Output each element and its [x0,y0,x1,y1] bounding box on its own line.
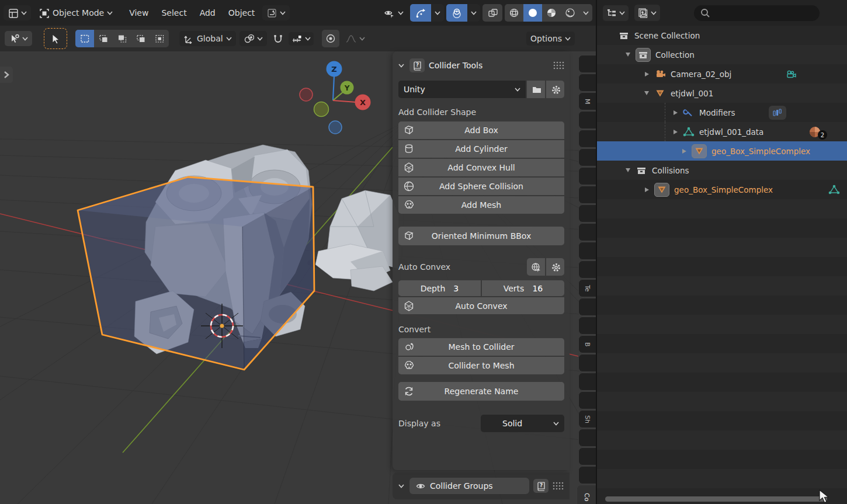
mode-selector[interactable]: Object Mode [34,5,117,21]
gizmo-dropdown[interactable] [431,4,444,22]
sidebar-tab-te[interactable]: Te [578,279,596,297]
shading-wireframe[interactable] [505,4,523,22]
falloff-dropdown[interactable] [343,31,367,46]
select-mode-intersect[interactable] [150,30,169,47]
camera-data-icon[interactable] [785,69,797,79]
sidebar-tab-co[interactable]: Co [577,485,596,504]
shading-dropdown[interactable] [579,4,592,22]
horizontal-scrollbar[interactable] [605,496,827,502]
auto-convex-online-button[interactable] [527,258,545,276]
expand-arrow[interactable] [639,72,654,77]
tree-row-collisions[interactable]: Collisions [597,161,847,180]
add-box-button[interactable]: Add Box [398,121,564,139]
viewport-canvas[interactable]: Z Y X ? Collider Tools Unity [0,51,596,504]
outliner-search-input[interactable] [694,5,820,21]
depth-field[interactable]: Depth 3 [398,280,481,296]
editor-type-button[interactable] [4,5,31,20]
tree-row-collection[interactable]: Collection [597,45,847,64]
gizmo-neg-y[interactable] [314,102,329,117]
panel-header[interactable]: ? Collider Tools [398,56,564,75]
groups-help-button[interactable]: ? [533,479,549,493]
visibility-dropdown[interactable] [380,5,408,20]
sidebar-tab[interactable] [578,55,596,73]
collider-groups-panel[interactable]: Collider Groups ? [393,472,570,499]
expand-arrow[interactable] [620,168,636,172]
sidebar-tab[interactable] [578,204,596,223]
modifier-badge[interactable] [769,106,786,120]
sidebar-tab[interactable] [578,466,596,484]
tree-row-geo-box-selected[interactable]: geo_Box_SimpleComplex [597,141,847,161]
collider-to-mesh-button[interactable]: Collider to Mesh [398,357,564,374]
snap-with-dropdown[interactable] [289,32,314,46]
auto-convex-button[interactable]: Auto Convex [398,297,564,314]
snap-toggle[interactable] [270,31,285,47]
oriented-minimum-bbox-button[interactable]: Oriented Minimum BBox [398,227,564,245]
menu-select[interactable]: Select [156,6,192,20]
tree-row-camera[interactable]: Camera_02_obj [597,64,847,84]
shading-rendered[interactable] [561,4,579,22]
tree-row-geo-box-collision[interactable]: geo_Box_SimpleComplex [597,180,847,199]
menu-view[interactable]: View [124,6,154,20]
outliner-editor-type-button[interactable] [603,5,629,21]
tree-row-etjdwl[interactable]: etjdwl_001 [597,84,847,103]
add-cylinder-button[interactable]: Add Cylinder [398,140,564,158]
expand-arrow[interactable] [668,130,683,134]
options-dropdown[interactable]: Options [526,32,575,46]
sidebar-tab-m[interactable]: M [578,92,596,110]
display-as-select[interactable]: Solid [481,415,564,432]
add-mesh-button[interactable]: Add Mesh [398,196,564,214]
expand-arrow[interactable] [639,91,654,95]
sidebar-tab[interactable] [578,111,596,129]
sidebar-tab[interactable] [578,242,596,260]
regenerate-name-button[interactable]: Regenerate Name [398,382,564,401]
sidebar-tab[interactable] [578,223,596,241]
menu-object[interactable]: Object [223,6,261,20]
sidebar-tab[interactable] [578,130,596,148]
transform-dropdown[interactable] [262,5,290,20]
select-mode-subtract[interactable] [113,30,131,47]
sidebar-tab[interactable] [578,391,596,409]
toolbar-expand-button[interactable] [0,67,13,83]
select-mode-set[interactable] [75,30,94,47]
tree-row-scene-collection[interactable]: Scene Collection [597,26,847,45]
shading-solid[interactable] [523,4,542,22]
collider-groups-header[interactable]: Collider Groups [409,478,529,494]
preset-settings-button[interactable] [546,81,564,98]
expand-arrow[interactable] [620,53,636,57]
preset-folder-button[interactable] [527,81,545,98]
auto-convex-settings-button[interactable] [546,258,564,276]
expand-arrow[interactable] [676,149,692,154]
verts-field[interactable]: Verts 16 [482,280,564,296]
expand-arrow[interactable] [668,110,683,115]
sidebar-tab[interactable] [578,74,596,92]
sidebar-tab[interactable] [578,317,596,335]
engine-preset-select[interactable]: Unity [398,81,526,98]
sidebar-tab[interactable] [578,298,596,316]
tree-row-modifiers[interactable]: Modifiers [665,103,847,122]
help-book-button[interactable]: ? [409,58,425,72]
overlays-dropdown[interactable] [467,4,480,22]
orientation-dropdown[interactable]: Global [179,31,236,46]
outliner-display-mode-button[interactable] [634,5,660,21]
sidebar-tab[interactable] [578,148,596,166]
active-tool-dropdown[interactable] [5,31,32,46]
sidebar-tab[interactable] [578,260,596,279]
select-mode-extend[interactable] [94,30,113,47]
pivot-dropdown[interactable] [239,31,267,46]
add-sphere-collision-button[interactable]: Add Sphere Collision [398,178,564,195]
sidebar-tab[interactable] [578,186,596,204]
tree-row-mesh-data[interactable]: etjdwl_001_data 2 [665,122,847,141]
gizmo-neg-z[interactable] [329,121,342,134]
gizmo-toggle[interactable] [410,4,431,22]
sidebar-tab-sh[interactable]: Sh [578,410,596,428]
sidebar-tab[interactable] [578,429,596,447]
mesh-to-collider-button[interactable]: Mesh to Collider [398,338,564,356]
sidebar-tab[interactable] [578,167,596,185]
menu-add[interactable]: Add [195,6,221,20]
select-tool-button[interactable] [44,28,67,49]
add-convex-hull-button[interactable]: Add Convex Hull [398,159,564,176]
sidebar-tab-b[interactable]: B [578,335,596,353]
sidebar-tab[interactable] [578,354,596,372]
mesh-data-icon[interactable] [828,184,840,195]
sidebar-tab[interactable] [578,373,596,391]
